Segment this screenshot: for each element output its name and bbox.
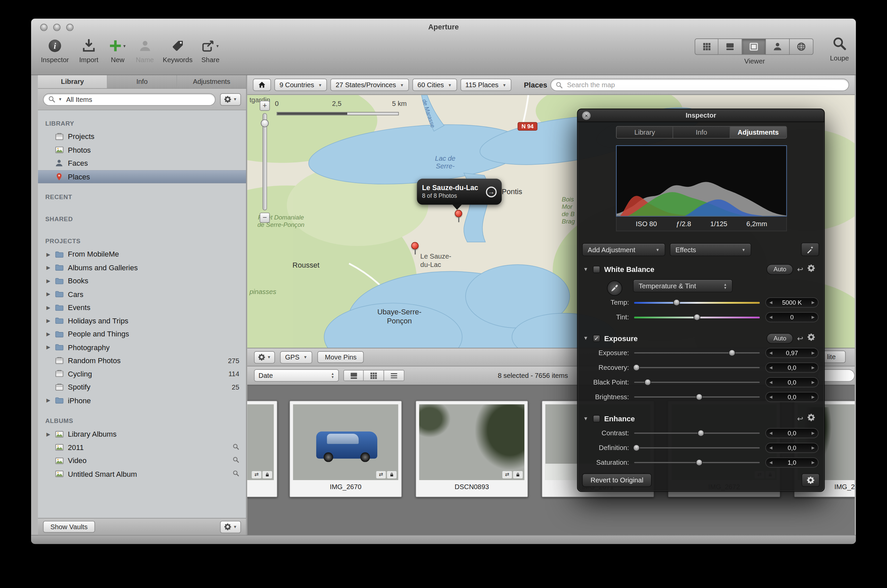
disclosure-triangle-icon[interactable]: ▶ — [45, 291, 51, 297]
keywords-tool[interactable]: Keywords — [161, 38, 194, 64]
disclosure-triangle-icon[interactable]: ▶ — [45, 331, 51, 337]
home-button[interactable] — [253, 78, 271, 91]
inspector-tool[interactable]: i Inspector — [38, 38, 71, 64]
map-pin-second[interactable] — [411, 242, 419, 249]
tab-info[interactable]: Info — [108, 75, 177, 88]
disclosure-triangle-icon[interactable]: ▶ — [45, 265, 51, 271]
black-point-value-stepper[interactable]: ◀0,0▶ — [765, 377, 818, 387]
brightness-slider[interactable] — [634, 393, 759, 400]
move-pins-button[interactable]: Move Pins — [318, 351, 364, 363]
sidebar-item-from-mobileme[interactable]: ▶ From MobileMe — [38, 248, 246, 261]
exposure-checkbox[interactable]: ✓ — [593, 334, 600, 342]
sidebar-item-projects[interactable]: Projects — [38, 130, 246, 143]
grid-view-button[interactable] — [364, 370, 384, 381]
hud-gear-button[interactable] — [801, 473, 819, 487]
hud-tab-adjustments[interactable]: Adjustments — [730, 127, 786, 138]
sidebar-item-random-photos[interactable]: Random Photos 275 — [38, 354, 246, 368]
black-point-slider[interactable] — [634, 378, 759, 386]
map-search-field[interactable] — [551, 78, 849, 91]
search-scope-chevron[interactable]: ▼ — [58, 97, 62, 101]
gear-icon[interactable] — [807, 333, 815, 343]
effects-dropdown[interactable]: Effects▼ — [670, 243, 751, 256]
wb-mode-dropdown[interactable]: Temperature & Tint ▲▼ — [633, 279, 732, 292]
vaults-gear-button[interactable]: ▼ — [220, 520, 241, 533]
disclosure-triangle-icon[interactable]: ▶ — [45, 345, 51, 350]
sort-order-select[interactable]: Date ▲▼ — [254, 369, 339, 381]
zoom-in-button[interactable]: + — [260, 100, 270, 111]
auto-enhance-wand-button[interactable] — [801, 243, 819, 256]
search-input[interactable] — [65, 95, 210, 104]
hud-titlebar[interactable]: × Inspector — [578, 109, 824, 122]
map-pin-le-sauze[interactable] — [455, 210, 462, 217]
thumbnail-img-2670[interactable]: ⇄ IMG_2670 — [290, 401, 402, 497]
cities-dropdown[interactable]: 60 Cities▼ — [413, 78, 457, 91]
disclosure-triangle-icon[interactable]: ▶ — [45, 278, 51, 284]
show-vaults-button[interactable]: Show Vaults — [43, 521, 95, 533]
tint-value-stepper[interactable]: ◀0▶ — [765, 312, 818, 322]
sidebar-item-albums-and-galleries[interactable]: ▶ Albums and Galleries — [38, 261, 246, 274]
disclosure-triangle-icon[interactable]: ▶ — [45, 252, 51, 257]
countries-dropdown[interactable]: 9 Countries▼ — [275, 78, 327, 91]
exposure-auto-button[interactable]: Auto — [767, 333, 793, 344]
sidebar-item-iphone[interactable]: ▶ iPhone — [38, 394, 246, 407]
zoom-slider-thumb[interactable] — [261, 119, 269, 127]
revert-to-original-button[interactable]: Revert to Original — [582, 473, 652, 487]
disclosure-triangle-icon[interactable]: ▶ — [45, 305, 51, 310]
undo-icon[interactable]: ↩ — [797, 334, 803, 342]
disclosure-triangle-icon[interactable]: ▶ — [45, 431, 51, 437]
map-action-gear-button[interactable]: ▼ — [254, 351, 275, 363]
tab-library[interactable]: Library — [38, 75, 107, 88]
disclosure-triangle-icon[interactable]: ▶ — [45, 398, 51, 403]
sidebar-item-places[interactable]: Places — [38, 170, 246, 183]
viewer-places-button[interactable] — [790, 38, 813, 55]
gear-icon[interactable] — [807, 413, 815, 423]
hud-tab-library[interactable]: Library — [617, 127, 674, 138]
temp-slider[interactable] — [634, 299, 759, 306]
viewer-main-button[interactable] — [742, 38, 766, 55]
disclosure-triangle-icon[interactable]: ▼ — [583, 416, 589, 421]
gps-dropdown[interactable]: GPS▼ — [280, 351, 312, 363]
disclosure-triangle-icon[interactable]: ▼ — [583, 266, 589, 272]
undo-icon[interactable]: ↩ — [797, 265, 803, 273]
thumbnail-dscn0893[interactable]: ⇄ DSCN0893 — [416, 401, 528, 497]
sidebar-item-library-albums[interactable]: ▶ Library Albums — [38, 428, 246, 441]
sidebar-item-books[interactable]: ▶ Books — [38, 274, 246, 288]
exposure-value-stepper[interactable]: ◀0,97▶ — [765, 348, 818, 358]
contrast-slider[interactable] — [634, 430, 759, 437]
gear-icon[interactable] — [807, 264, 815, 274]
viewer-grid-button[interactable] — [695, 38, 719, 55]
zoom-slider[interactable] — [263, 113, 267, 210]
share-tool[interactable]: ▼ Share — [194, 38, 227, 64]
map-search-input[interactable] — [566, 80, 844, 89]
recovery-value-stepper[interactable]: ◀0,0▶ — [765, 363, 818, 372]
places-dropdown[interactable]: 115 Places▼ — [460, 78, 511, 91]
tint-slider[interactable] — [634, 314, 759, 321]
viewer-split-button[interactable] — [719, 38, 742, 55]
loupe-tool[interactable]: Loupe — [824, 36, 855, 62]
sidebar-item-photography[interactable]: ▶ Photography — [38, 341, 246, 354]
disclosure-triangle-icon[interactable]: ▼ — [583, 335, 589, 341]
sidebar-item-faces[interactable]: Faces — [38, 157, 246, 170]
sidebar-item-video[interactable]: Video — [38, 454, 246, 467]
contrast-value-stepper[interactable]: ◀0,0▶ — [765, 428, 818, 438]
states-dropdown[interactable]: 27 States/Provinces▼ — [330, 78, 409, 91]
sidebar-item-2011[interactable]: 2011 — [38, 441, 246, 454]
sidebar-item-untitled-smart-album[interactable]: Untitled Smart Album — [38, 467, 246, 481]
sidebar-item-spotify[interactable]: Spotify 25 — [38, 381, 246, 394]
sidebar-item-events[interactable]: ▶ Events — [38, 301, 246, 314]
viewer-faces-button[interactable] — [766, 38, 790, 55]
sidebar-action-gear-button[interactable]: ▼ — [220, 93, 241, 105]
white-balance-checkbox[interactable] — [593, 266, 600, 273]
tab-adjustments[interactable]: Adjustments — [177, 75, 246, 88]
undo-icon[interactable]: ↩ — [797, 414, 803, 423]
import-tool[interactable]: Import — [72, 38, 105, 64]
exposure-slider[interactable] — [634, 349, 759, 357]
temp-value-stepper[interactable]: ◀5000 K▶ — [765, 297, 818, 308]
sidebar-item-cars[interactable]: ▶ Cars — [38, 288, 246, 301]
saturation-slider[interactable] — [634, 459, 759, 466]
zoom-out-button[interactable]: − — [260, 213, 270, 222]
definition-slider[interactable] — [634, 444, 759, 452]
saturation-value-stepper[interactable]: ◀1,0▶ — [765, 458, 818, 467]
disclosure-triangle-icon[interactable]: ▶ — [45, 318, 51, 324]
callout-detail-arrow-button[interactable]: → — [486, 186, 497, 197]
